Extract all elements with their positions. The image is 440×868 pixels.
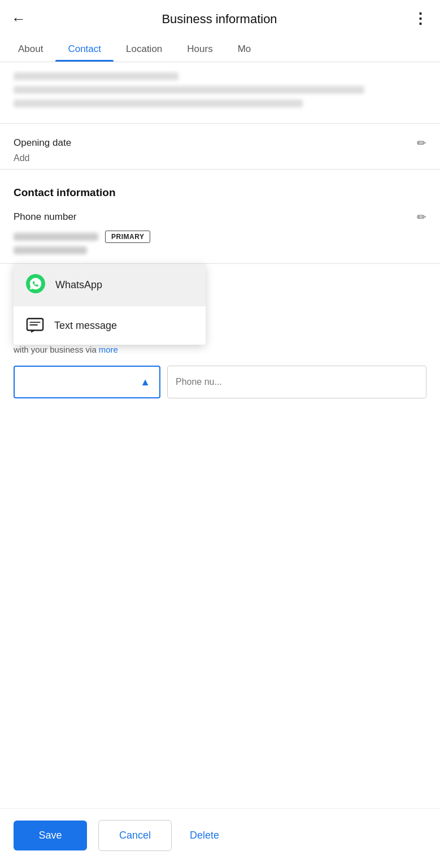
tab-more[interactable]: Mo	[225, 36, 264, 62]
phone-number-label: Phone number	[14, 211, 77, 223]
add-phone-row: ▲	[0, 360, 440, 407]
opening-date-edit-button[interactable]: ✏	[417, 136, 426, 150]
popup-menu: WhatsApp Text message	[14, 264, 206, 345]
blurred-line-1	[14, 72, 178, 80]
blurred-content	[0, 62, 440, 124]
more-menu-button[interactable]: ⋮	[413, 10, 429, 28]
phone-number-blurred-2	[14, 246, 87, 254]
save-button[interactable]: Save	[14, 821, 87, 850]
header: ← Business information ⋮	[0, 0, 440, 36]
cancel-button[interactable]: Cancel	[98, 820, 172, 851]
dropdown-popup-overlay: WhatsApp Text message	[0, 264, 440, 345]
info-text: with your business via	[14, 345, 97, 354]
phone-type-dropdown[interactable]: ▲	[14, 366, 160, 398]
opening-date-value: Add	[14, 153, 426, 163]
phone-number-row: PRIMARY	[14, 231, 426, 243]
opening-date-label: Opening date	[14, 137, 71, 149]
phone-number-edit-button[interactable]: ✏	[417, 210, 426, 224]
popup-item-text-message[interactable]: Text message	[14, 306, 206, 345]
opening-date-section: Opening date ✏ Add	[0, 124, 440, 170]
blurred-line-3	[14, 99, 303, 107]
contact-information-heading: Contact information	[0, 170, 440, 205]
text-message-icon	[26, 316, 44, 335]
info-more-link[interactable]: more	[99, 345, 118, 354]
text-message-label: Text message	[54, 320, 117, 332]
tab-location[interactable]: Location	[114, 36, 175, 62]
whatsapp-label: WhatsApp	[55, 279, 102, 291]
tab-hours[interactable]: Hours	[175, 36, 225, 62]
delete-button[interactable]: Delete	[183, 821, 226, 850]
whatsapp-icon	[26, 274, 45, 296]
back-button[interactable]: ←	[11, 10, 26, 28]
blurred-line-2	[14, 86, 364, 94]
primary-badge: PRIMARY	[105, 231, 150, 243]
tab-bar: About Contact Location Hours Mo	[0, 36, 440, 62]
phone-number-blurred	[14, 233, 98, 241]
phone-number-section: Phone number ✏ PRIMARY	[0, 205, 440, 264]
info-text-row: with your business via more	[0, 345, 440, 360]
dropdown-arrow-icon: ▲	[140, 376, 150, 388]
popup-item-whatsapp[interactable]: WhatsApp	[14, 264, 206, 306]
tab-contact[interactable]: Contact	[55, 36, 114, 62]
bottom-actions: Save Cancel Delete	[0, 808, 440, 868]
tab-about[interactable]: About	[6, 36, 55, 62]
phone-number-input[interactable]	[167, 366, 426, 398]
page-title: Business information	[26, 12, 413, 27]
